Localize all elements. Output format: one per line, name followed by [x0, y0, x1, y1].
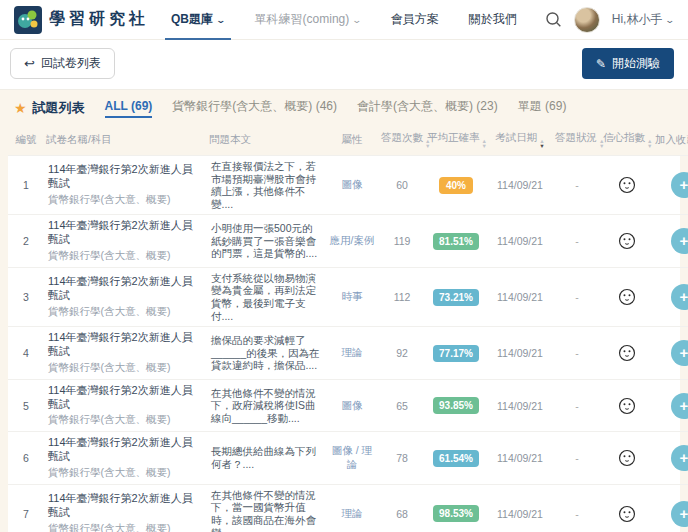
nav-item-membership[interactable]: 會員方案 — [391, 0, 439, 40]
table-row[interactable]: 3 114年臺灣銀行第2次新進人員甄試 貨幣銀行學(含大意、概要) 支付系統從以… — [8, 267, 688, 326]
exam-name-cell: 114年臺灣銀行第2次新進人員甄試 貨幣銀行學(含大意、概要) — [44, 156, 207, 215]
neutral-smiley-icon[interactable] — [618, 397, 636, 415]
exam-date: 114/09/21 — [487, 267, 553, 326]
answer-status: - — [553, 267, 601, 326]
exam-date: 114/09/21 — [487, 379, 553, 432]
sort-icon-active-desc[interactable]: ▲▼ — [539, 139, 544, 148]
nav-item-about[interactable]: 關於我們 — [469, 0, 517, 40]
table-row[interactable]: 2 114年臺灣銀行第2次新進人員甄試 貨幣銀行學(含大意、概要) 小明使用一張… — [8, 215, 688, 268]
tab-monetary-banking[interactable]: 貨幣銀行學(含大意、概要) (46) — [172, 98, 337, 118]
col-header-exam-date-label: 考試日期 — [495, 131, 537, 143]
accuracy-cell: 81.51% — [425, 215, 487, 268]
attribute-label: 理論 — [325, 484, 379, 532]
tab-single-question[interactable]: 單題 (69) — [518, 98, 567, 118]
exam-name-cell: 114年臺灣銀行第2次新進人員甄試 貨幣銀行學(含大意、概要) — [44, 327, 207, 380]
favorite-cell: + — [653, 156, 688, 215]
row-number: 1 — [8, 156, 44, 215]
add-to-favorites-button[interactable]: + — [671, 445, 688, 471]
exam-title: 114年臺灣銀行第2次新進人員甄試 — [48, 384, 203, 412]
neutral-smiley-icon[interactable] — [618, 505, 636, 523]
row-number: 3 — [8, 267, 44, 326]
add-to-favorites-button[interactable]: + — [671, 501, 688, 527]
neutral-smiley-icon[interactable] — [618, 449, 636, 467]
nav-item-qb[interactable]: QB題庫 ⌄ — [171, 0, 225, 40]
answer-status: - — [553, 379, 601, 432]
col-header-confidence-label: 信心指數 — [603, 131, 645, 143]
col-header-attempts: 答題次數▲▼ — [379, 124, 425, 156]
tab-accounting[interactable]: 會計學(含大意、概要) (23) — [357, 98, 498, 118]
neutral-smiley-icon[interactable] — [618, 176, 636, 194]
exam-subject: 貨幣銀行學(含大意、概要) — [48, 249, 203, 263]
table-row[interactable]: 7 114年臺灣銀行第2次新進人員甄試 貨幣銀行學(含大意、概要) 在其他條件不… — [8, 484, 688, 532]
col-header-answer-status-label: 答題狀況 — [555, 131, 597, 143]
accuracy-cell: 73.21% — [425, 267, 487, 326]
add-to-favorites-button[interactable]: + — [671, 172, 688, 198]
attempts-count: 78 — [379, 432, 425, 485]
star-icon: ★ — [14, 101, 27, 115]
attempts-count: 112 — [379, 267, 425, 326]
brand-logo-icon — [14, 6, 42, 34]
avatar[interactable] — [574, 7, 600, 33]
col-header-accuracy-label: 平均正確率 — [427, 131, 480, 143]
add-to-favorites-button[interactable]: + — [671, 393, 688, 419]
nav-item-single-practice[interactable]: 單科練習(coming) ⌄ — [255, 0, 361, 40]
section-title: ★ 試題列表 — [14, 99, 85, 117]
search-button[interactable] — [545, 11, 562, 28]
question-table-body: 1 114年臺灣銀行第2次新進人員甄試 貨幣銀行學(含大意、概要) 在直接報價法… — [8, 156, 688, 532]
chevron-down-icon: ⌄ — [352, 15, 363, 25]
nav-item-about-label: 關於我們 — [469, 11, 517, 28]
add-to-favorites-button[interactable]: + — [671, 284, 688, 310]
question-text: 在直接報價法之下，若市場預期臺灣股市會持續上漲，其他條件不變.... — [207, 156, 325, 215]
sort-icon[interactable]: ▲▼ — [482, 139, 487, 148]
exam-title: 114年臺灣銀行第2次新進人員甄試 — [48, 219, 203, 247]
neutral-smiley-icon[interactable] — [618, 232, 636, 250]
table-row[interactable]: 6 114年臺灣銀行第2次新進人員甄試 貨幣銀行學(含大意、概要) 長期總供給曲… — [8, 432, 688, 485]
accuracy-badge: 73.21% — [433, 289, 479, 306]
neutral-smiley-icon[interactable] — [618, 288, 636, 306]
back-button-label: 回試卷列表 — [41, 55, 101, 72]
answer-status: - — [553, 432, 601, 485]
add-to-favorites-button[interactable]: + — [671, 228, 688, 254]
col-header-question-text: 問題本文 — [207, 124, 325, 156]
accuracy-cell: 98.53% — [425, 484, 487, 532]
table-row[interactable]: 4 114年臺灣銀行第2次新進人員甄試 貨幣銀行學(含大意、概要) 擔保品的要求… — [8, 327, 688, 380]
question-table: 編號 試卷名稱/科目 問題本文 屬性 答題次數▲▼ 平均正確率▲▼ 考試日期▲▼… — [8, 124, 688, 532]
accuracy-badge: 93.85% — [433, 397, 479, 414]
tab-all[interactable]: ALL (69) — [105, 99, 153, 118]
exam-subject: 貨幣銀行學(含大意、概要) — [48, 361, 203, 375]
back-to-exam-list-button[interactable]: ↩ 回試卷列表 — [10, 48, 115, 79]
attempts-count: 92 — [379, 327, 425, 380]
attribute-label: 時事 — [325, 267, 379, 326]
brand[interactable]: 學習研究社 — [14, 6, 149, 34]
col-header-exam-date: 考試日期▲▼ — [487, 124, 553, 156]
start-button-label: 開始測驗 — [612, 55, 660, 72]
chevron-down-icon: ⌄ — [665, 15, 676, 25]
confidence-cell — [601, 432, 653, 485]
favorite-cell: + — [653, 379, 688, 432]
col-header-attempts-label: 答題次數 — [381, 131, 423, 143]
col-header-exam-name: 試卷名稱/科目 — [44, 124, 207, 156]
row-number: 4 — [8, 327, 44, 380]
user-menu[interactable]: Hi,林小手 ⌄ — [612, 11, 674, 28]
neutral-smiley-icon[interactable] — [618, 344, 636, 362]
exam-date: 114/09/21 — [487, 432, 553, 485]
answer-status: - — [553, 327, 601, 380]
table-row[interactable]: 1 114年臺灣銀行第2次新進人員甄試 貨幣銀行學(含大意、概要) 在直接報價法… — [8, 156, 688, 215]
answer-status: - — [553, 156, 601, 215]
favorite-cell: + — [653, 327, 688, 380]
exam-name-cell: 114年臺灣銀行第2次新進人員甄試 貨幣銀行學(含大意、概要) — [44, 432, 207, 485]
start-test-button[interactable]: ✎ 開始測驗 — [582, 48, 674, 79]
exam-title: 114年臺灣銀行第2次新進人員甄試 — [48, 492, 203, 520]
row-number: 5 — [8, 379, 44, 432]
exam-date: 114/09/21 — [487, 215, 553, 268]
table-row[interactable]: 5 114年臺灣銀行第2次新進人員甄試 貨幣銀行學(含大意、概要) 在其他條件不… — [8, 379, 688, 432]
attempts-count: 119 — [379, 215, 425, 268]
attribute-label: 應用/案例 — [325, 215, 379, 268]
attribute-label: 圖像 / 理論 — [325, 432, 379, 485]
exam-date: 114/09/21 — [487, 484, 553, 532]
sort-icon[interactable]: ▲▼ — [647, 139, 652, 148]
question-list-tabs: ★ 試題列表 ALL (69) 貨幣銀行學(含大意、概要) (46) 會計學(含… — [0, 90, 688, 124]
add-to-favorites-button[interactable]: + — [671, 340, 688, 366]
col-header-accuracy: 平均正確率▲▼ — [425, 124, 487, 156]
col-header-attribute: 屬性 — [325, 124, 379, 156]
